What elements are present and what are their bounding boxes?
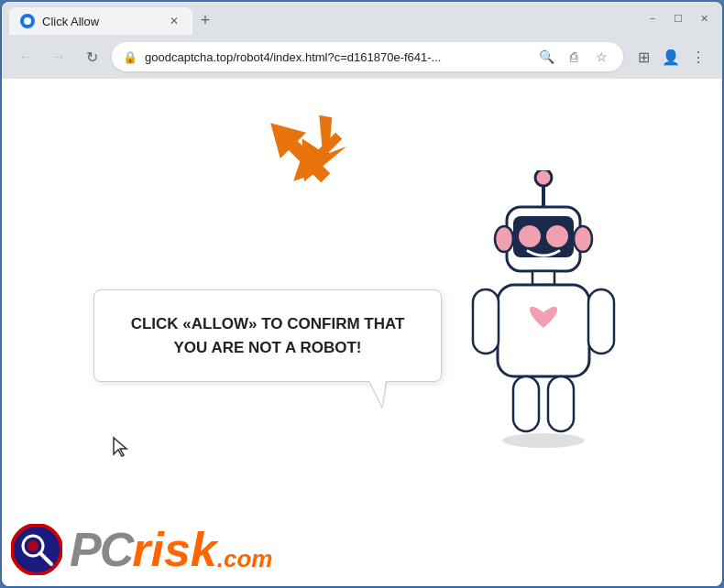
toolbar-icons: ⊞ 👤 ⋮ bbox=[631, 44, 711, 70]
com-text: .com bbox=[217, 545, 273, 573]
mouse-cursor bbox=[112, 436, 130, 463]
svg-marker-3 bbox=[258, 110, 338, 191]
robot-illustration bbox=[456, 170, 631, 458]
url-icons: 🔍 ⎙ ☆ bbox=[535, 46, 612, 68]
svg-rect-12 bbox=[532, 271, 554, 285]
svg-point-23 bbox=[27, 540, 38, 551]
url-bar[interactable]: 🔒 goodcaptcha.top/robot4/index.html?c=d1… bbox=[112, 42, 623, 71]
svg-rect-15 bbox=[588, 289, 614, 354]
svg-point-5 bbox=[535, 170, 552, 186]
svg-rect-14 bbox=[473, 289, 499, 354]
menu-icon[interactable]: ⋮ bbox=[686, 44, 711, 70]
svg-point-11 bbox=[574, 226, 592, 252]
svg-rect-13 bbox=[498, 285, 589, 376]
allow-arrow bbox=[249, 102, 350, 206]
title-bar: Click Allow ✕ + − ☐ ✕ bbox=[2, 2, 722, 35]
svg-point-8 bbox=[519, 225, 541, 247]
captcha-message: CLICK «ALLOW» TO CONFIRM THAT YOU ARE NO… bbox=[127, 312, 408, 359]
speech-bubble-container: CLICK «ALLOW» TO CONFIRM THAT YOU ARE NO… bbox=[93, 289, 442, 382]
share-icon[interactable]: ⎙ bbox=[563, 46, 585, 68]
tab-close-button[interactable]: ✕ bbox=[167, 14, 181, 28]
window-controls: − ☐ ✕ bbox=[642, 7, 715, 29]
svg-point-10 bbox=[495, 226, 513, 252]
pcrisk-badge-icon bbox=[11, 524, 62, 575]
pc-text: PC bbox=[70, 522, 132, 577]
svg-rect-16 bbox=[513, 376, 539, 431]
tab-favicon bbox=[20, 14, 35, 28]
svg-point-9 bbox=[546, 225, 568, 247]
pcrisk-text: PC risk .com bbox=[70, 522, 272, 577]
back-button[interactable]: ← bbox=[13, 44, 38, 70]
lock-icon: 🔒 bbox=[123, 50, 137, 64]
svg-marker-19 bbox=[114, 438, 126, 456]
tab-title: Click Allow bbox=[42, 15, 159, 28]
tab-grid-icon[interactable]: ⊞ bbox=[631, 44, 656, 70]
active-tab[interactable]: Click Allow ✕ bbox=[9, 7, 192, 35]
svg-point-18 bbox=[502, 433, 585, 448]
svg-rect-17 bbox=[548, 376, 574, 431]
speech-bubble: CLICK «ALLOW» TO CONFIRM THAT YOU ARE NO… bbox=[93, 289, 442, 382]
profile-icon[interactable]: 👤 bbox=[658, 44, 684, 70]
url-text: goodcaptcha.top/robot4/index.html?c=d161… bbox=[145, 50, 528, 64]
search-icon[interactable]: 🔍 bbox=[535, 46, 557, 68]
close-button[interactable]: ✕ bbox=[693, 7, 715, 29]
address-bar: ← → ↻ 🔒 goodcaptcha.top/robot4/index.htm… bbox=[2, 35, 722, 79]
minimize-button[interactable]: − bbox=[642, 7, 664, 29]
pcrisk-logo: PC risk .com bbox=[11, 522, 272, 577]
maximize-button[interactable]: ☐ bbox=[667, 7, 689, 29]
bookmark-icon[interactable]: ☆ bbox=[590, 46, 612, 68]
new-tab-button[interactable]: + bbox=[192, 7, 218, 33]
risk-text: risk bbox=[132, 522, 217, 577]
browser-window: Click Allow ✕ + − ☐ ✕ ← → ↻ 🔒 goodcaptch… bbox=[2, 2, 722, 586]
forward-button[interactable]: → bbox=[46, 44, 71, 70]
page-content: CLICK «ALLOW» TO CONFIRM THAT YOU ARE NO… bbox=[2, 79, 722, 586]
reload-button[interactable]: ↻ bbox=[79, 44, 104, 70]
tab-bar: Click Allow ✕ + bbox=[9, 2, 715, 35]
